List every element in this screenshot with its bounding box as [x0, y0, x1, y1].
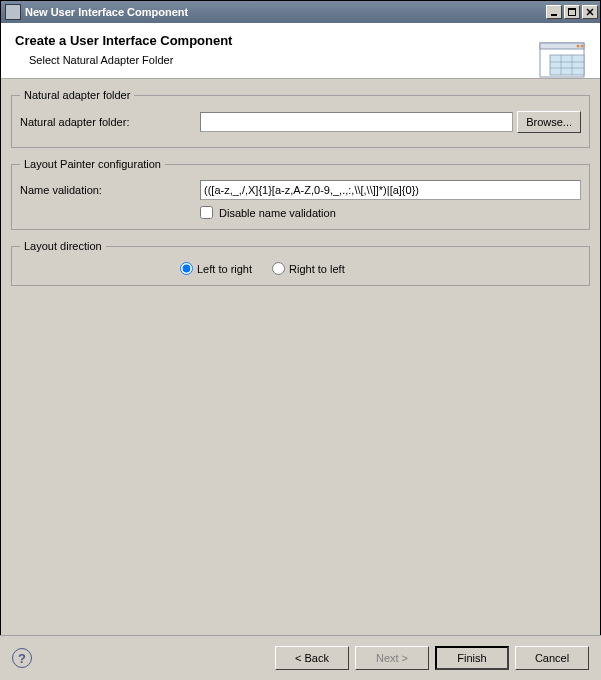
back-button[interactable]: < Back — [275, 646, 349, 670]
svg-point-5 — [577, 45, 580, 48]
svg-rect-7 — [550, 55, 584, 75]
ltr-radio[interactable] — [180, 262, 193, 275]
svg-rect-0 — [551, 14, 557, 16]
ltr-label: Left to right — [197, 263, 252, 275]
finish-button[interactable]: Finish — [435, 646, 509, 670]
cancel-button[interactable]: Cancel — [515, 646, 589, 670]
rtl-option[interactable]: Right to left — [272, 262, 345, 275]
svg-rect-2 — [568, 8, 576, 10]
app-icon — [5, 4, 21, 20]
disable-name-validation-checkbox[interactable] — [200, 206, 213, 219]
help-icon[interactable]: ? — [12, 648, 32, 668]
page-title: Create a User Interface Component — [15, 33, 586, 48]
group-legend: Layout Painter configuration — [20, 158, 165, 170]
adapter-folder-label: Natural adapter folder: — [20, 116, 200, 128]
rtl-radio[interactable] — [272, 262, 285, 275]
close-button[interactable] — [582, 5, 598, 19]
adapter-folder-input[interactable] — [200, 112, 513, 132]
svg-point-6 — [581, 45, 584, 48]
next-button[interactable]: Next > — [355, 646, 429, 670]
wizard-footer: ? < Back Next > Finish Cancel — [0, 635, 601, 680]
window-controls — [546, 5, 598, 19]
group-legend: Layout direction — [20, 240, 106, 252]
title-bar: New User Interface Component — [1, 1, 600, 23]
maximize-button[interactable] — [564, 5, 580, 19]
name-validation-label: Name validation: — [20, 184, 200, 196]
rtl-label: Right to left — [289, 263, 345, 275]
layout-direction-group: Layout direction Left to right Right to … — [11, 240, 590, 286]
content-area: Natural adapter folder Natural adapter f… — [1, 79, 600, 286]
wizard-header: Create a User Interface Component Select… — [1, 23, 600, 79]
natural-adapter-folder-group: Natural adapter folder Natural adapter f… — [11, 89, 590, 148]
window-title: New User Interface Component — [25, 6, 546, 18]
minimize-button[interactable] — [546, 5, 562, 19]
wizard-banner-icon — [534, 33, 590, 89]
browse-button[interactable]: Browse... — [517, 111, 581, 133]
disable-name-validation-label: Disable name validation — [219, 207, 336, 219]
group-legend: Natural adapter folder — [20, 89, 134, 101]
page-subtitle: Select Natural Adapter Folder — [15, 54, 586, 66]
layout-painter-config-group: Layout Painter configuration Name valida… — [11, 158, 590, 230]
name-validation-input[interactable] — [200, 180, 581, 200]
ltr-option[interactable]: Left to right — [180, 262, 252, 275]
